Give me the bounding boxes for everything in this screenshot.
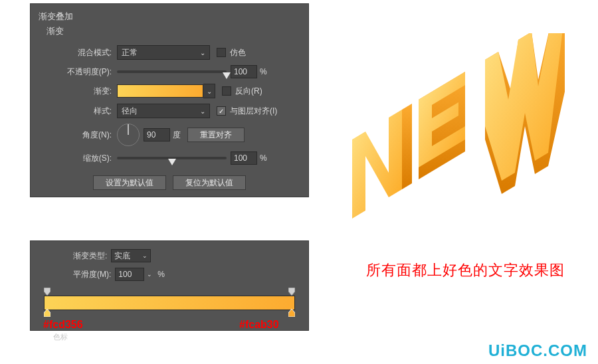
reverse-label: 反向(R) — [235, 86, 262, 97]
dither-label: 仿色 — [230, 47, 246, 58]
panel-subtitle: 渐变 — [31, 25, 308, 43]
gradient-type-dropdown[interactable]: 实底 ⌄ — [111, 249, 151, 262]
scale-label: 缩放(S): — [31, 153, 117, 164]
angle-input[interactable]: 90 — [144, 128, 170, 141]
angle-label: 角度(N): — [31, 130, 117, 141]
svg-marker-1 — [288, 288, 295, 296]
new-3d-graphic — [332, 33, 578, 232]
color-stop-right[interactable] — [288, 309, 295, 316]
opacity-unit: % — [260, 67, 267, 76]
angle-dial[interactable] — [117, 124, 140, 146]
svg-marker-10 — [402, 104, 412, 189]
gradient-row: 渐变: ⌄ 反向(R) — [31, 81, 308, 101]
dither-checkbox[interactable] — [217, 48, 226, 57]
panel-footer: 设置为默认值 复位为默认值 — [31, 175, 308, 190]
reset-align-button[interactable]: 重置对齐 — [187, 128, 245, 142]
color-stops-track[interactable] — [44, 310, 295, 318]
gradient-bar[interactable] — [44, 296, 295, 310]
chevron-down-icon: ⌄ — [200, 108, 205, 115]
watermark-text: UiBOC.COM — [488, 341, 587, 359]
reset-default-button[interactable]: 复位为默认值 — [173, 175, 246, 190]
gradient-type-row: 渐变类型: 实底 ⌄ — [40, 246, 299, 265]
text-effect-preview — [332, 33, 578, 232]
chevron-down-icon: ⌄ — [147, 271, 152, 278]
style-row: 样式: 径向 ⌄ ✓ 与图层对齐(I) — [31, 101, 308, 121]
opacity-stop-right[interactable] — [288, 288, 295, 294]
gradient-type-value: 实底 — [114, 250, 130, 262]
smoothness-label: 平滑度(M): — [73, 269, 111, 280]
gradient-type-label: 渐变类型: — [73, 250, 107, 262]
svg-marker-3 — [288, 309, 295, 317]
gradient-label: 渐变: — [31, 86, 117, 97]
smoothness-unit: % — [157, 270, 165, 279]
opacity-label: 不透明度(P): — [31, 66, 117, 78]
scale-row: 缩放(S): 100 % — [31, 149, 308, 167]
opacity-row: 不透明度(P): 100 % — [31, 62, 308, 81]
opacity-stop-left[interactable] — [44, 288, 50, 294]
gradient-overlay-panel: 渐变叠加 渐变 混合模式: 正常 ⌄ 仿色 不透明度(P): 100 % 渐变:… — [30, 3, 309, 197]
svg-marker-9 — [352, 110, 402, 219]
angle-row: 角度(N): 90 度 重置对齐 — [31, 121, 308, 149]
slider-thumb-icon[interactable] — [168, 159, 176, 165]
angle-unit: 度 — [173, 130, 181, 141]
color-stop-left[interactable] — [44, 309, 50, 316]
opacity-input[interactable]: 100 — [231, 65, 257, 78]
style-label: 样式: — [31, 106, 117, 117]
color-stop-section-label: 色标 — [53, 332, 68, 342]
scale-unit: % — [260, 153, 267, 163]
angle-indicator-icon — [128, 124, 129, 135]
panel-title: 渐变叠加 — [31, 9, 308, 25]
svg-marker-2 — [44, 309, 50, 317]
hex-annotation-left: #fcd356 — [43, 319, 83, 331]
blend-mode-dropdown[interactable]: 正常 ⌄ — [117, 45, 210, 60]
slider-thumb-icon[interactable] — [223, 72, 231, 79]
style-value: 径向 — [122, 106, 197, 117]
chevron-down-icon: ⌄ — [200, 49, 205, 56]
scale-input[interactable]: 100 — [231, 151, 257, 165]
svg-marker-0 — [44, 288, 50, 296]
set-default-button[interactable]: 设置为默认值 — [93, 175, 166, 190]
opacity-stops-track[interactable] — [44, 288, 295, 296]
svg-marker-5 — [485, 33, 565, 181]
blend-mode-value: 正常 — [122, 47, 197, 58]
gradient-preview-swatch[interactable] — [117, 84, 203, 98]
watermark: UiBOC.COM — [488, 341, 587, 360]
smoothness-input[interactable]: 100 — [115, 268, 144, 281]
style-dropdown[interactable]: 径向 ⌄ — [117, 104, 210, 118]
gradient-dropdown-button[interactable]: ⌄ — [203, 84, 215, 98]
align-label: 与图层对齐(I) — [230, 106, 277, 117]
gradient-editor-panel: 渐变类型: 实底 ⌄ 平滑度(M): 100 ⌄ % — [30, 240, 309, 331]
hex-annotation-right: #fcab30 — [239, 319, 279, 331]
blend-mode-row: 混合模式: 正常 ⌄ 仿色 — [31, 43, 308, 62]
blend-mode-label: 混合模式: — [31, 47, 117, 58]
align-checkbox[interactable]: ✓ — [217, 106, 226, 116]
preview-caption: 所有面都上好色的文字效果图 — [366, 260, 565, 280]
opacity-slider[interactable] — [117, 67, 227, 76]
reverse-checkbox[interactable] — [222, 86, 231, 96]
scale-slider[interactable] — [117, 153, 227, 163]
chevron-down-icon: ⌄ — [142, 252, 148, 259]
smoothness-row: 平滑度(M): 100 ⌄ % — [40, 265, 299, 284]
